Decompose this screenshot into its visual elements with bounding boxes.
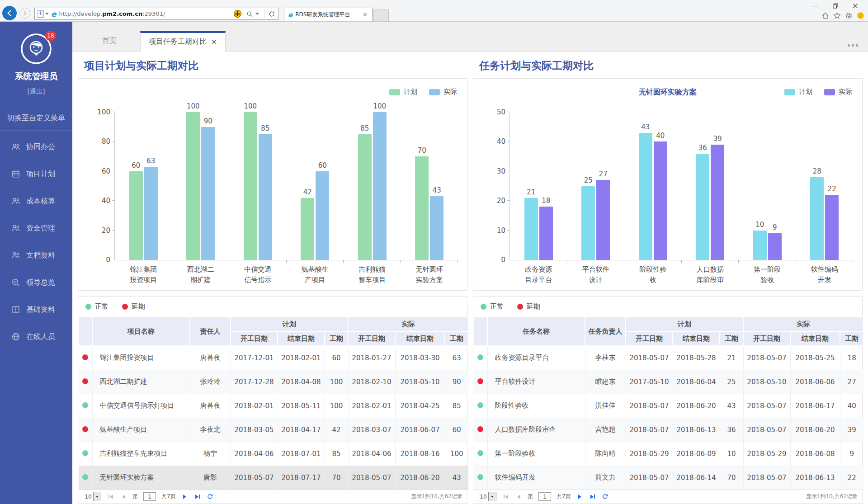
data-cell: 2018-04-08 — [278, 370, 325, 394]
tab-active[interactable]: 项目任务工期对比 ✕ — [140, 31, 226, 52]
column-header: 开工日期 — [743, 331, 790, 346]
y-axis-label: 40 — [102, 197, 110, 205]
status-legend-item: 正常 — [481, 302, 504, 311]
refresh-icon[interactable] — [602, 494, 608, 499]
sidebar-item-协同办公[interactable]: 协同办公 — [0, 133, 72, 160]
table-row[interactable]: 第一阶段验收陈向晴2018-05-292018-06-09102018-05-2… — [474, 442, 863, 466]
y-axis-label: 100 — [97, 108, 110, 116]
refresh-icon[interactable] — [269, 11, 275, 17]
search-icon[interactable] — [246, 11, 253, 17]
sidebar-item-文档资料[interactable]: 文档资料 — [0, 242, 72, 269]
smiley-feedback-icon[interactable] — [857, 12, 864, 21]
y-axis-label: 30 — [497, 167, 505, 175]
refresh-icon[interactable] — [207, 494, 213, 499]
tab-home[interactable]: 首页 — [90, 31, 128, 51]
name-cell: 氨基酸生产项目 — [92, 418, 190, 442]
search-dropdown-icon[interactable] — [255, 13, 259, 15]
close-button[interactable] — [845, 1, 865, 11]
table-row[interactable]: 氨基酸生产项目李夜北2018-03-052018-04-17422018-03-… — [79, 418, 468, 442]
data-cell: 2018-06-14 — [673, 466, 720, 490]
first-page-button[interactable] — [107, 495, 115, 499]
sidebar-item-成本核算[interactable]: 成本核算 — [0, 188, 72, 215]
actual-bar: 22 — [825, 195, 839, 260]
first-page-button[interactable] — [502, 495, 510, 499]
name-cell: 无针圆环实验方案 — [92, 466, 190, 490]
legend-item-实际[interactable]: 实际 — [824, 88, 852, 96]
compatibility-view-icon[interactable] — [234, 10, 241, 18]
person-cell: 宫艳超 — [585, 418, 626, 442]
back-button[interactable] — [2, 6, 17, 20]
page-size-select[interactable]: 10 — [83, 492, 101, 501]
column-header: 任务名称 — [487, 317, 585, 346]
table-row[interactable]: 人口数据库阶段审查宫艳超2018-05-072018-06-13362018-0… — [474, 418, 863, 442]
person-cell: 洪佳佳 — [585, 394, 626, 418]
browser-tab-title: RDS研发系统管理平台 — [295, 11, 362, 19]
gear-icon[interactable] — [845, 12, 853, 21]
table-row[interactable]: 中信交通信号指示灯项目唐暮夜2018-02-012018-05-11100201… — [79, 394, 468, 418]
sidebar-item-资金管理[interactable]: 资金管理 — [0, 215, 72, 242]
last-page-button[interactable] — [589, 495, 597, 499]
page-size-select[interactable]: 10 — [478, 492, 496, 501]
data-cell: 43 — [445, 466, 468, 490]
sidebar-item-在线人员[interactable]: 在线人员 — [0, 323, 72, 350]
restore-button[interactable] — [826, 1, 845, 11]
data-cell: 2018-05-29 — [743, 442, 790, 466]
sidebar-item-领导总览[interactable]: 领导总览 — [0, 269, 72, 296]
table-row[interactable]: 软件编码开发简文力2018-05-072018-06-14702018-05-0… — [474, 466, 863, 490]
favorites-star-icon[interactable] — [833, 12, 841, 21]
page-number-input[interactable]: 1 — [538, 492, 551, 501]
logout-link[interactable]: [退出] — [28, 88, 45, 96]
legend-item-计划[interactable]: 计划 — [784, 88, 812, 96]
close-icon[interactable]: ✕ — [211, 38, 217, 46]
table-row[interactable]: 锦江集团投资项目唐暮夜2017-12-012018-02-01602018-01… — [79, 346, 468, 370]
address-bar[interactable]: e http://develop.pm2.com.cn:29301/ — [34, 8, 278, 20]
data-cell: 2018-02-01 — [231, 394, 278, 418]
tasks-table: 正常延期 任务名称任务负责人计划实际开工日期结束日期工期开工日期结束日期工期政务… — [473, 296, 863, 504]
legend-item-计划[interactable]: 计划 — [389, 88, 417, 96]
page-number-input[interactable]: 1 — [143, 492, 156, 501]
bar-group: 3639 — [682, 112, 739, 260]
chevron-down-icon[interactable] — [45, 13, 49, 15]
legend-item-实际[interactable]: 实际 — [429, 88, 457, 96]
table-row[interactable]: 无针圆环实验方案唐影2018-05-072018-07-17702018-05-… — [79, 466, 468, 490]
last-page-button[interactable] — [193, 495, 202, 499]
browser-tab[interactable]: e RDS研发系统管理平台 ✕ — [284, 8, 373, 21]
table-row[interactable]: 西北湖二期扩建张玲玲2017-12-282018-04-081002018-02… — [79, 370, 468, 394]
close-tab-icon[interactable]: ✕ — [362, 11, 368, 18]
x-axis-label: 中信交通 信号指示 — [229, 264, 287, 286]
sidebar-item-基础资料[interactable]: 基础资料 — [0, 296, 72, 323]
forward-button[interactable] — [19, 8, 30, 19]
next-page-button[interactable] — [181, 495, 188, 499]
new-tab-button[interactable] — [373, 9, 389, 21]
plan-bar: 70 — [415, 156, 429, 260]
column-header: 结束日期 — [278, 331, 325, 346]
url-text[interactable]: http://develop.pm2.com.cn:29301/ — [59, 10, 234, 17]
data-cell: 2017-12-01 — [231, 346, 278, 370]
data-cell: 25 — [720, 370, 743, 394]
home-icon[interactable] — [821, 12, 829, 21]
table-row[interactable]: 政务资源目录平台李桂东2018-05-072018-05-28212018-05… — [474, 346, 863, 370]
column-header: 开工日期 — [626, 331, 673, 346]
bar-group: 7043 — [401, 112, 458, 260]
name-cell: 第一阶段验收 — [487, 442, 585, 466]
status-legend-item: 正常 — [85, 302, 108, 311]
sidebar-item-项目计划[interactable]: 项目计划 — [0, 160, 72, 188]
bar-value-label: 60 — [132, 161, 140, 170]
bar-value-label: 100 — [187, 102, 200, 110]
switch-menu-link[interactable]: 切换至自定义菜单 — [0, 106, 72, 131]
legend-label: 实际 — [443, 88, 457, 96]
plan-bar: 100 — [244, 112, 257, 260]
prev-page-button[interactable] — [515, 495, 522, 499]
next-page-button[interactable] — [576, 495, 583, 499]
pagination-bar: 10第1共7页显示1到10,共62记录 — [473, 490, 862, 503]
prev-page-button[interactable] — [120, 495, 127, 499]
table-row[interactable]: 阶段性验收洪佳佳2018-05-072018-06-20432018-05-07… — [474, 394, 863, 418]
more-menu-icon[interactable] — [848, 44, 858, 47]
table-row[interactable]: 吉利熊猫整车先束项目杨宁2018-04-062018-07-01852018-0… — [79, 442, 468, 466]
name-cell: 西北湖二期扩建 — [92, 370, 190, 394]
data-cell: 85 — [445, 394, 468, 418]
data-cell: 2018-06-13 — [673, 418, 720, 442]
table-row[interactable]: 平台软件设计睢建东2017-05-102018-06-04252018-05-1… — [474, 370, 863, 394]
person-cell: 唐暮夜 — [190, 346, 231, 370]
minimize-button[interactable] — [806, 1, 826, 11]
